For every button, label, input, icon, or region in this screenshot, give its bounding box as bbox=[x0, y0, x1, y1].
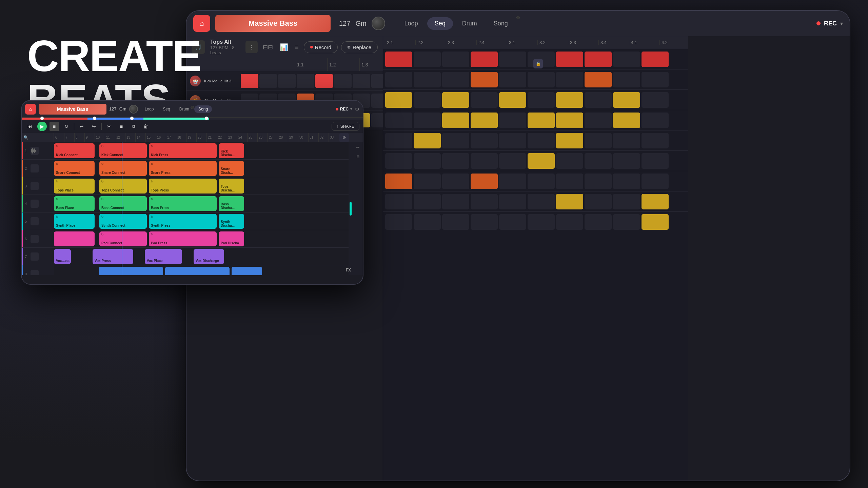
front-scrollbar-thumb[interactable] bbox=[350, 202, 352, 216]
front-clip-pad-press[interactable]: ↻ Pad Press bbox=[149, 231, 217, 246]
front-clip-tops-place[interactable]: ↻ Tops Place bbox=[54, 179, 95, 194]
front-zoom-icon[interactable]: 🔍 bbox=[23, 135, 28, 140]
back-right-ride-8[interactable] bbox=[585, 92, 612, 108]
front-clip-vox-place[interactable]: Vox Place bbox=[145, 249, 182, 264]
kick-pad-3[interactable] bbox=[278, 74, 296, 88]
front-clip-pad-empty[interactable] bbox=[54, 231, 95, 246]
back-replace-button[interactable]: ⧉ Replace bbox=[341, 41, 378, 53]
front-clip-snare-discharge[interactable]: Snare Disch... bbox=[219, 161, 244, 176]
front-edit-icon[interactable]: ✏ bbox=[354, 144, 361, 151]
front-rec-chevron[interactable]: ▾ bbox=[350, 107, 352, 111]
back-right-kick-1[interactable] bbox=[385, 52, 412, 67]
front-share-button[interactable]: ↑ SHARE bbox=[332, 122, 359, 131]
back-right-kick-9[interactable] bbox=[613, 52, 640, 67]
front-home-button[interactable]: ⌂ bbox=[25, 104, 36, 115]
kick-pad-2[interactable] bbox=[259, 74, 277, 88]
front-clip-vox-ect[interactable]: Vox...ect bbox=[54, 249, 71, 264]
back-right-ride-6[interactable] bbox=[528, 92, 555, 108]
front-clip-snare-connect-2[interactable]: ↻ Snare Connect bbox=[99, 161, 147, 176]
front-rewind-button[interactable]: ⏮ bbox=[25, 122, 35, 131]
front-clip-snare-connect-1[interactable]: ↻ Snare Connect bbox=[54, 161, 95, 176]
front-copy-button[interactable]: ⧉ bbox=[129, 122, 138, 131]
back-right-kick-10[interactable] bbox=[642, 52, 669, 67]
back-right-clap-7[interactable] bbox=[556, 72, 583, 87]
kick-pad-1[interactable] bbox=[241, 74, 258, 88]
front-clip-pad-connect[interactable]: ↻ Pad Connect bbox=[99, 231, 147, 246]
back-right-clap-2[interactable] bbox=[414, 72, 441, 87]
back-rec-chevron[interactable]: ▾ bbox=[840, 20, 843, 27]
front-play-button[interactable]: ▶ bbox=[37, 122, 47, 131]
front-fx-label[interactable]: FX bbox=[346, 268, 351, 272]
front-trash-button[interactable]: 🗑 bbox=[141, 122, 151, 131]
back-right-kick-5[interactable] bbox=[499, 52, 526, 67]
front-clip-fx-press[interactable]: FX Press bbox=[165, 267, 230, 276]
back-right-clap-10[interactable] bbox=[642, 72, 669, 87]
front-clip-synth-discharge[interactable]: Synth Discha... bbox=[219, 214, 244, 229]
ruler-plus-btn[interactable]: ⊕ bbox=[339, 133, 349, 142]
back-right-ride-2[interactable] bbox=[414, 92, 441, 108]
back-right-ride-7[interactable] bbox=[556, 92, 583, 108]
front-clip-fx-inspire[interactable]: FX Inspire bbox=[99, 267, 163, 276]
front-loop-button[interactable]: ↻ bbox=[62, 122, 71, 131]
front-clip-vox-press[interactable]: Vox Press bbox=[93, 249, 133, 264]
front-clip-bass-press[interactable]: ↻ Bass Press bbox=[149, 196, 217, 211]
front-stop-button[interactable]: ■ bbox=[50, 122, 59, 131]
back-tab-song[interactable]: Song bbox=[486, 17, 515, 30]
back-right-clap-4[interactable] bbox=[471, 72, 498, 87]
back-right-ride-9[interactable] bbox=[613, 92, 640, 108]
front-clip-bass-place[interactable]: ↻ Bass Place bbox=[54, 196, 95, 211]
back-track-menu[interactable]: ⋮ bbox=[245, 41, 258, 53]
front-clip-synth-press[interactable]: ↻ Synth Press bbox=[149, 214, 217, 229]
front-stop2-button[interactable]: ■ bbox=[117, 122, 126, 131]
back-tab-loop[interactable]: Loop bbox=[397, 17, 426, 30]
front-undo-button[interactable]: ↩ bbox=[77, 122, 86, 131]
back-right-kick-3[interactable] bbox=[442, 52, 469, 67]
back-tuning-knob[interactable] bbox=[372, 17, 385, 30]
back-right-ride-5[interactable] bbox=[499, 92, 526, 108]
kick-pad-5[interactable] bbox=[315, 74, 333, 88]
front-tab-seq[interactable]: Seq bbox=[159, 105, 174, 113]
back-right-kick-7[interactable] bbox=[556, 52, 583, 67]
back-right-ride-10[interactable] bbox=[642, 92, 669, 108]
back-right-ride-1[interactable] bbox=[385, 92, 412, 108]
back-right-clap-5[interactable] bbox=[499, 72, 526, 87]
lock-icon[interactable]: 🔒 bbox=[533, 59, 543, 68]
front-clip-bass-connect[interactable]: ↻ Bass Connect bbox=[99, 196, 147, 211]
back-right-clap-9[interactable] bbox=[613, 72, 640, 87]
front-clip-pad-discharge[interactable]: Pad Discha... bbox=[219, 231, 244, 246]
front-clip-kick-press[interactable]: ↻ Kick Press bbox=[149, 143, 217, 158]
kick-pad-6[interactable] bbox=[334, 74, 352, 88]
back-right-kick-4[interactable] bbox=[471, 52, 498, 67]
front-mixer-icon[interactable]: ⊞ bbox=[354, 153, 361, 160]
front-clip-tops-connect[interactable]: ↻ Tops Connect bbox=[99, 179, 147, 194]
front-scissors-button[interactable]: ✂ bbox=[104, 122, 114, 131]
front-clip-vox-discharge[interactable]: Vox Discharge bbox=[194, 249, 224, 264]
front-clip-bass-discharge[interactable]: Bass Discha... bbox=[219, 196, 244, 211]
front-redo-button[interactable]: ↪ bbox=[89, 122, 99, 131]
back-tab-seq[interactable]: Seq bbox=[427, 17, 453, 30]
back-right-kick-2[interactable] bbox=[414, 52, 441, 67]
back-right-ride-3[interactable] bbox=[442, 92, 469, 108]
front-clip-synth-connect[interactable]: ↻ Synth Connect bbox=[99, 214, 147, 229]
front-clip-synth-place[interactable]: ↻ Synth Place bbox=[54, 214, 95, 229]
front-tab-song[interactable]: Song bbox=[194, 105, 212, 113]
front-clip-tops-press[interactable]: ↻ Tops Press bbox=[149, 179, 217, 194]
back-right-kick-8[interactable] bbox=[585, 52, 612, 67]
back-right-clap-3[interactable] bbox=[442, 72, 469, 87]
front-tab-loop[interactable]: Loop bbox=[141, 105, 158, 113]
back-home-button[interactable]: ⌂ bbox=[193, 15, 210, 32]
back-record-button[interactable]: Record bbox=[304, 41, 338, 53]
kick-pad-4[interactable] bbox=[297, 74, 314, 88]
kick-pad-7[interactable] bbox=[353, 74, 370, 88]
back-right-clap-6[interactable] bbox=[528, 72, 555, 87]
back-right-clap-8[interactable] bbox=[585, 72, 612, 87]
front-clip-kick-discharge[interactable]: Kick Discha... bbox=[219, 143, 244, 158]
back-tab-drum[interactable]: Drum bbox=[455, 17, 485, 30]
front-clip-fx-place[interactable]: FX Place bbox=[232, 267, 262, 276]
back-right-ride-4[interactable] bbox=[471, 92, 498, 108]
front-tuning-knob[interactable] bbox=[129, 105, 138, 114]
front-scrollbar[interactable] bbox=[349, 142, 353, 275]
back-right-clap-1[interactable] bbox=[385, 72, 412, 87]
front-clip-snare-press[interactable]: ↻ Snare Press bbox=[149, 161, 217, 176]
front-clip-kick-connect-2[interactable]: ↻ Kick Connect bbox=[99, 143, 147, 158]
